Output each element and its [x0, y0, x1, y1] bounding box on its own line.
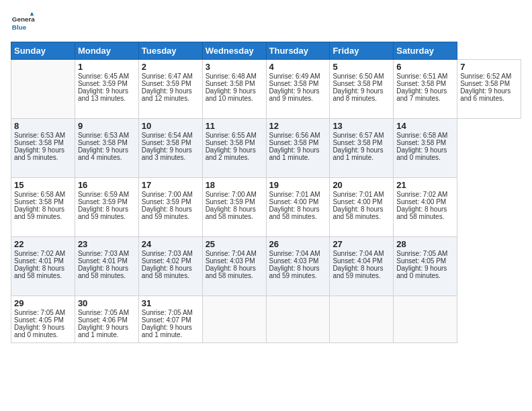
- calendar-cell: 15Sunrise: 6:58 AMSunset: 3:58 PMDayligh…: [11, 178, 75, 237]
- calendar-cell: 17Sunrise: 7:00 AMSunset: 3:59 PMDayligh…: [138, 178, 202, 237]
- calendar-cell: 23Sunrise: 7:03 AMSunset: 4:01 PMDayligh…: [75, 237, 138, 296]
- daylight-text: Daylight: 9 hours and 7 minutes.: [396, 87, 454, 102]
- daylight-text: Daylight: 8 hours and 58 minutes.: [14, 265, 72, 279]
- calendar-cell: 3Sunrise: 6:48 AMSunset: 3:58 PMDaylight…: [202, 60, 266, 119]
- sunrise-text: Sunrise: 6:53 AM: [14, 132, 72, 139]
- calendar-cell: 14Sunrise: 6:58 AMSunset: 3:58 PMDayligh…: [394, 119, 457, 178]
- sunset-text: Sunset: 4:00 PM: [396, 198, 454, 205]
- calendar-cell: [11, 60, 75, 119]
- day-number: 9: [78, 121, 136, 131]
- calendar-cell: 30Sunrise: 7:05 AMSunset: 4:06 PMDayligh…: [75, 296, 138, 343]
- day-number: 5: [332, 62, 390, 72]
- calendar-cell: 9Sunrise: 6:53 AMSunset: 3:58 PMDaylight…: [75, 119, 138, 178]
- sunset-text: Sunset: 4:00 PM: [332, 198, 390, 205]
- day-header-wednesday: Wednesday: [202, 42, 266, 60]
- daylight-text: Daylight: 8 hours and 58 minutes.: [332, 205, 390, 220]
- sunrise-text: Sunrise: 6:51 AM: [396, 73, 454, 80]
- sunrise-text: Sunrise: 7:05 AM: [142, 309, 200, 316]
- daylight-text: Daylight: 9 hours and 0 minutes.: [396, 265, 454, 279]
- daylight-text: Daylight: 9 hours and 0 minutes.: [396, 146, 454, 161]
- calendar-cell: 26Sunrise: 7:04 AMSunset: 4:03 PMDayligh…: [266, 237, 330, 296]
- daylight-text: Daylight: 8 hours and 58 minutes.: [78, 265, 136, 279]
- sunrise-text: Sunrise: 6:45 AM: [78, 73, 136, 80]
- day-number: 8: [14, 121, 72, 131]
- sunset-text: Sunset: 4:03 PM: [206, 257, 263, 265]
- calendar-cell: 31Sunrise: 7:05 AMSunset: 4:07 PMDayligh…: [138, 296, 202, 343]
- sunset-text: Sunset: 4:05 PM: [14, 316, 72, 324]
- calendar-cell: 2Sunrise: 6:47 AMSunset: 3:59 PMDaylight…: [138, 60, 202, 119]
- daylight-text: Daylight: 9 hours and 13 minutes.: [78, 87, 136, 102]
- sunrise-text: Sunrise: 7:00 AM: [206, 191, 263, 198]
- calendar: SundayMondayTuesdayWednesdayThursdayFrid…: [11, 42, 521, 343]
- daylight-text: Daylight: 8 hours and 59 minutes.: [332, 265, 390, 279]
- day-number: 3: [206, 62, 263, 72]
- day-number: 28: [396, 239, 454, 249]
- daylight-text: Daylight: 9 hours and 1 minute.: [332, 146, 390, 161]
- daylight-text: Daylight: 9 hours and 10 minutes.: [206, 87, 263, 102]
- sunrise-text: Sunrise: 6:58 AM: [396, 132, 454, 139]
- day-number: 15: [14, 180, 72, 190]
- calendar-cell: 12Sunrise: 6:56 AMSunset: 3:58 PMDayligh…: [266, 119, 330, 178]
- sunrise-text: Sunrise: 7:03 AM: [78, 250, 136, 257]
- sunset-text: Sunset: 3:58 PM: [206, 80, 263, 87]
- calendar-cell: 25Sunrise: 7:04 AMSunset: 4:03 PMDayligh…: [202, 237, 266, 296]
- daylight-text: Daylight: 9 hours and 4 minutes.: [78, 146, 136, 161]
- day-number: 29: [14, 298, 72, 308]
- day-number: 12: [269, 121, 327, 131]
- sunrise-text: Sunrise: 7:05 AM: [78, 309, 136, 316]
- sunrise-text: Sunrise: 7:03 AM: [142, 250, 200, 257]
- calendar-cell: [394, 296, 457, 343]
- calendar-cell: 4Sunrise: 6:49 AMSunset: 3:58 PMDaylight…: [266, 60, 330, 119]
- sunset-text: Sunset: 4:05 PM: [396, 257, 454, 265]
- daylight-text: Daylight: 9 hours and 2 minutes.: [206, 146, 263, 161]
- daylight-text: Daylight: 9 hours and 1 minute.: [142, 324, 200, 338]
- day-header-thursday: Thursday: [266, 42, 330, 60]
- daylight-text: Daylight: 9 hours and 0 minutes.: [14, 324, 72, 338]
- day-number: 25: [206, 239, 263, 249]
- daylight-text: Daylight: 8 hours and 59 minutes.: [78, 205, 136, 220]
- sunrise-text: Sunrise: 6:53 AM: [78, 132, 136, 139]
- sunset-text: Sunset: 3:58 PM: [396, 139, 454, 146]
- daylight-text: Daylight: 9 hours and 1 minute.: [269, 146, 327, 161]
- day-header-saturday: Saturday: [394, 42, 457, 60]
- sunrise-text: Sunrise: 7:01 AM: [269, 191, 327, 198]
- sunrise-text: Sunrise: 6:55 AM: [206, 132, 263, 139]
- daylight-text: Daylight: 9 hours and 9 minutes.: [269, 87, 327, 102]
- day-number: 30: [78, 298, 136, 308]
- sunset-text: Sunset: 3:58 PM: [460, 80, 518, 87]
- day-number: 18: [206, 180, 263, 190]
- sunrise-text: Sunrise: 6:48 AM: [206, 73, 263, 80]
- calendar-cell: 7Sunrise: 6:52 AMSunset: 3:58 PMDaylight…: [457, 60, 521, 119]
- logo: General Blue: [11, 11, 38, 35]
- calendar-cell: 21Sunrise: 7:02 AMSunset: 4:00 PMDayligh…: [394, 178, 457, 237]
- day-number: 13: [332, 121, 390, 131]
- sunrise-text: Sunrise: 6:58 AM: [14, 191, 72, 198]
- sunrise-text: Sunrise: 6:59 AM: [78, 191, 136, 198]
- sunrise-text: Sunrise: 6:54 AM: [142, 132, 200, 139]
- sunset-text: Sunset: 3:59 PM: [206, 198, 263, 205]
- sunset-text: Sunset: 3:59 PM: [142, 198, 200, 205]
- day-number: 27: [332, 239, 390, 249]
- svg-marker-2: [30, 12, 34, 15]
- sunrise-text: Sunrise: 6:47 AM: [142, 73, 200, 80]
- day-number: 19: [269, 180, 327, 190]
- sunrise-text: Sunrise: 6:49 AM: [269, 73, 327, 80]
- daylight-text: Daylight: 9 hours and 5 minutes.: [14, 146, 72, 161]
- sunrise-text: Sunrise: 7:04 AM: [332, 250, 390, 257]
- sunset-text: Sunset: 4:03 PM: [269, 257, 327, 265]
- sunrise-text: Sunrise: 7:01 AM: [332, 191, 390, 198]
- calendar-cell: 18Sunrise: 7:00 AMSunset: 3:59 PMDayligh…: [202, 178, 266, 237]
- day-number: 31: [142, 298, 200, 308]
- daylight-text: Daylight: 8 hours and 59 minutes.: [269, 265, 327, 279]
- daylight-text: Daylight: 9 hours and 12 minutes.: [142, 87, 200, 102]
- sunset-text: Sunset: 4:01 PM: [14, 257, 72, 265]
- calendar-cell: 29Sunrise: 7:05 AMSunset: 4:05 PMDayligh…: [11, 296, 75, 343]
- sunset-text: Sunset: 4:07 PM: [142, 316, 200, 324]
- sunset-text: Sunset: 3:59 PM: [142, 80, 200, 87]
- day-number: 23: [78, 239, 136, 249]
- sunset-text: Sunset: 4:02 PM: [142, 257, 200, 265]
- sunrise-text: Sunrise: 7:05 AM: [14, 309, 72, 316]
- day-number: 20: [332, 180, 390, 190]
- sunrise-text: Sunrise: 7:04 AM: [269, 250, 327, 257]
- svg-text:Blue: Blue: [12, 24, 27, 31]
